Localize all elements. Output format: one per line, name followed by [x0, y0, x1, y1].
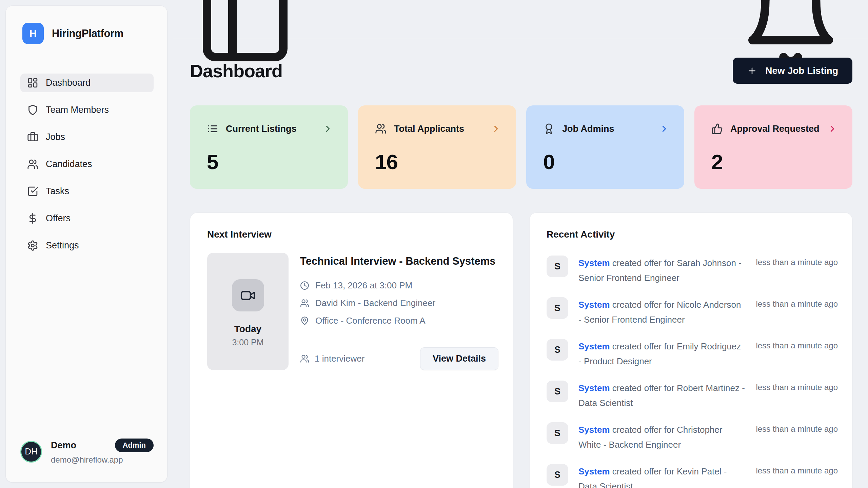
interview-title: Technical Interview - Backend Systems [300, 253, 497, 269]
sidebar-item-tasks[interactable]: Tasks [20, 182, 154, 201]
activity-text: System created offer for Nicole Anderson… [578, 297, 746, 327]
interview-thumbnail: Today 3:00 PM [207, 253, 289, 370]
topbar [173, 0, 868, 38]
next-interview-title: Next Interview [207, 229, 498, 240]
users-icon [375, 123, 387, 135]
app-logo-icon: H [22, 23, 44, 44]
new-job-listing-button[interactable]: New Job Listing [733, 58, 852, 84]
activity-avatar: S [547, 464, 568, 486]
sidebar-item-settings[interactable]: Settings [20, 236, 154, 255]
user-profile[interactable]: DH Demo Admin demo@hireflow.app [20, 428, 154, 465]
interview-datetime-row: Feb 13, 2026 at 3:00 PM [300, 280, 498, 291]
stat-value: 5 [207, 150, 333, 174]
stat-value: 16 [375, 150, 501, 174]
sidebar-item-label: Settings [46, 240, 79, 251]
activity-avatar: S [547, 339, 568, 361]
activity-avatar: S [547, 256, 568, 277]
activity-timestamp: less than a minute ago [756, 464, 838, 488]
sidebar: H HiringPlatform Dashboard Team Members … [5, 5, 167, 483]
activity-text: System created offer for Sarah Johnson -… [578, 256, 746, 285]
activity-item: S System created offer for Emily Rodrigu… [547, 339, 838, 369]
interview-location-row: Office - Conference Room A [300, 316, 498, 326]
sidebar-item-offers[interactable]: Offers [20, 209, 154, 228]
interviewer-count: 1 interviewer [300, 353, 364, 364]
user-meta: Demo Admin demo@hireflow.app [51, 439, 154, 465]
sidebar-item-label: Candidates [46, 159, 92, 169]
interview-candidate-row: David Kim - Backend Engineer [300, 298, 498, 308]
activity-text: System created offer for Emily Rodriguez… [578, 339, 746, 369]
activity-item: S System created offer for Kevin Patel -… [547, 464, 838, 488]
activity-actor: System [578, 425, 610, 435]
new-job-listing-label: New Job Listing [765, 65, 838, 76]
activity-actor: System [578, 341, 610, 351]
activity-text: System created offer for Christopher Whi… [578, 422, 746, 452]
thumbs-up-icon [711, 123, 723, 135]
sidebar-item-label: Team Members [46, 105, 109, 115]
page-title: Dashboard [190, 60, 282, 81]
user-name: Demo [51, 440, 76, 451]
brand: H HiringPlatform [20, 23, 154, 44]
stat-label: Approval Requested [730, 124, 820, 134]
sidebar-item-team-members[interactable]: Team Members [20, 101, 154, 119]
check-square-icon [27, 186, 38, 197]
recent-activity-card: Recent Activity S System created offer f… [529, 212, 852, 488]
chevron-right-icon [827, 124, 837, 134]
main-area: Dashboard New Job Listing Current Listin… [173, 0, 868, 488]
activity-actor: System [578, 300, 610, 310]
user-email: demo@hireflow.app [51, 455, 154, 465]
recent-activity-title: Recent Activity [547, 229, 838, 240]
content: Dashboard New Job Listing Current Listin… [173, 58, 868, 488]
stat-card-total-applicants[interactable]: Total Applicants 16 [358, 105, 516, 189]
interviewer-count-label: 1 interviewer [315, 353, 364, 364]
interview-datetime: Feb 13, 2026 at 3:00 PM [315, 280, 412, 291]
sidebar-item-candidates[interactable]: Candidates [20, 155, 154, 174]
sidebar-item-label: Dashboard [46, 78, 91, 88]
stat-card-current-listings[interactable]: Current Listings 5 [190, 105, 348, 189]
dashboard-icon [27, 77, 38, 88]
avatar: DH [20, 441, 42, 463]
avatar-initials: DH [25, 446, 38, 457]
award-icon [543, 123, 555, 135]
app-name: HiringPlatform [52, 27, 123, 40]
app-logo-letter: H [29, 28, 37, 39]
role-badge: Admin [115, 439, 154, 452]
activity-avatar: S [547, 381, 568, 402]
activity-timestamp: less than a minute ago [756, 256, 838, 285]
video-icon-box [232, 279, 264, 311]
view-details-button[interactable]: View Details [420, 347, 498, 370]
plus-icon [747, 66, 757, 76]
chevron-right-icon [491, 124, 501, 134]
gear-icon [27, 240, 38, 251]
chevron-right-icon [323, 124, 333, 134]
activity-list: S System created offer for Sarah Johnson… [547, 256, 838, 488]
sidebar-item-label: Offers [46, 213, 71, 224]
interview-location: Office - Conference Room A [315, 316, 426, 326]
stat-card-job-admins[interactable]: Job Admins 0 [526, 105, 684, 189]
sidebar-item-jobs[interactable]: Jobs [20, 128, 154, 146]
chevron-right-icon [659, 124, 669, 134]
shield-icon [27, 104, 38, 116]
activity-timestamp: less than a minute ago [756, 381, 838, 410]
clock-icon [300, 281, 309, 290]
interview-day: Today [234, 324, 261, 334]
activity-text: System created offer for Robert Martinez… [578, 381, 746, 410]
stat-cards: Current Listings 5 Total Applicants 16 J… [190, 105, 852, 189]
activity-timestamp: less than a minute ago [756, 339, 838, 369]
activity-actor: System [578, 258, 610, 268]
next-interview-card: Next Interview Today 3:00 PM Technical I… [190, 212, 513, 488]
briefcase-icon [27, 131, 38, 143]
stat-value: 0 [543, 150, 669, 174]
sidebar-item-dashboard[interactable]: Dashboard [20, 74, 154, 92]
activity-text: System created offer for Kevin Patel - D… [578, 464, 746, 488]
activity-timestamp: less than a minute ago [756, 297, 838, 327]
sidebar-item-label: Jobs [46, 132, 65, 142]
video-camera-icon [240, 288, 256, 303]
interview-time: 3:00 PM [232, 338, 263, 347]
users-icon [300, 354, 309, 363]
stat-card-approval-requested[interactable]: Approval Requested 2 [694, 105, 852, 189]
sidebar-item-label: Tasks [46, 186, 69, 197]
activity-item: S System created offer for Nicole Anders… [547, 297, 838, 327]
users-icon [300, 299, 309, 308]
activity-item: S System created offer for Robert Martin… [547, 381, 838, 410]
sidebar-toggle-button[interactable] [194, 0, 296, 70]
